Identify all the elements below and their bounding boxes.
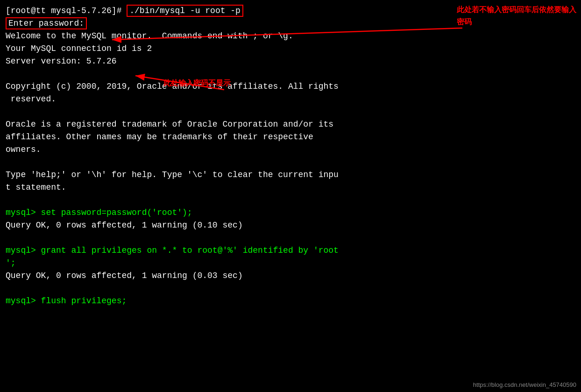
connection-line: Your MySQL connection id is 2 (6, 43, 575, 55)
blank6 (6, 282, 575, 295)
blank3 (6, 156, 575, 169)
oracle1-line: Oracle is a registered trademark of Orac… (6, 118, 575, 131)
result1-line: Query OK, 0 rows affected, 1 warning (0.… (6, 219, 575, 232)
welcome-line: Welcome to the MySQL monitor. Commands e… (6, 30, 575, 43)
mysql-cmd1-line: mysql> set password=password('root'); (6, 207, 575, 219)
command-text: ./bin/mysql -u root -p (127, 5, 243, 17)
blank1 (6, 68, 575, 80)
result2-line: Query OK, 0 rows affected, 1 warning (0.… (6, 270, 575, 282)
blank4 (6, 194, 575, 207)
mysql-cmd2b-line: '; (6, 257, 575, 270)
terminal-window: [root@tt mysql-5.7.26]# ./bin/mysql -u r… (0, 0, 581, 312)
copyright1-line: Copyright (c) 2000, 2019, Oracle and/or … (6, 80, 575, 93)
type2-line: t statement. (6, 181, 575, 194)
top-right-annotation: 此处若不输入密码回车后依然要输入密码 (457, 4, 576, 28)
type1-line: Type 'help;' or '\h' for help. Type '\c'… (6, 169, 575, 181)
prompt-text: [root@tt mysql-5.7.26]# (6, 6, 127, 15)
middle-annotation: 此处输入密码不显示 (163, 78, 231, 88)
enter-password-text: Enter password: (6, 17, 87, 29)
blank5 (6, 232, 575, 244)
copyright2-line: reserved. (6, 93, 575, 106)
oracle2-line: affiliates. Other names may be trademark… (6, 131, 575, 143)
watermark: https://blog.csdn.net/weixin_45740590 (473, 381, 576, 388)
oracle3-line: owners. (6, 143, 575, 156)
server-version-line: Server version: 5.7.26 (6, 55, 575, 68)
mysql-cmd3-line: mysql> flush privileges; (6, 295, 575, 307)
blank2 (6, 106, 575, 118)
mysql-cmd2-line: mysql> grant all privileges on *.* to ro… (6, 244, 575, 257)
